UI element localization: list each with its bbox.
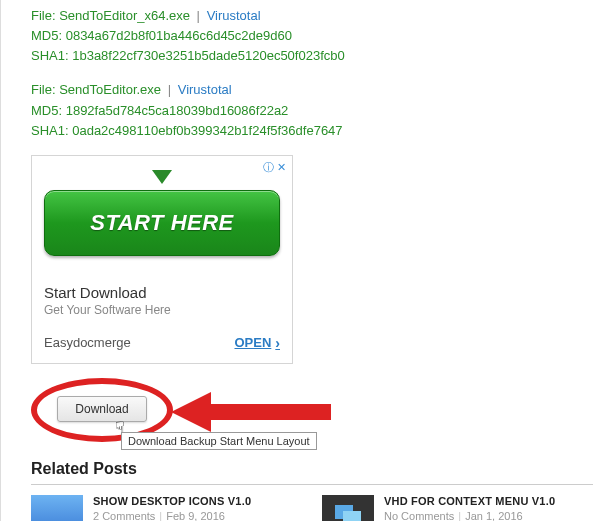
md5-value: 0834a67d2b8f01ba446c6d45c2de9d60: [66, 28, 292, 43]
related-posts-section: Related Posts SHOW DESKTOP ICONS V1.0 2 …: [31, 460, 613, 521]
download-button[interactable]: Download: [57, 396, 147, 422]
post-thumbnail: [322, 495, 374, 521]
related-post-item[interactable]: VHD FOR CONTEXT MENU V1.0 No Comments|Ja…: [322, 495, 593, 521]
file-hash-block: File: SendToEditor_x64.exe | Virustotal …: [31, 6, 613, 66]
ad-triangle-icon: [152, 170, 172, 184]
separator: |: [197, 8, 200, 23]
separator: |: [168, 82, 171, 97]
post-meta: 2 Comments|Feb 9, 2016: [93, 510, 251, 521]
ad-brand: Easydocmerge: [44, 335, 131, 350]
post-title: VHD FOR CONTEXT MENU V1.0: [384, 495, 555, 507]
sha1-value: 1b3a8f22cf730e3251b5dade5120ec50f023fcb0: [72, 48, 345, 63]
file-hash-block: File: SendToEditor.exe | Virustotal MD5:…: [31, 80, 613, 140]
start-here-button[interactable]: START HERE: [44, 190, 280, 256]
post-meta: No Comments|Jan 1, 2016: [384, 510, 555, 521]
post-title: SHOW DESKTOP ICONS V1.0: [93, 495, 251, 507]
virustotal-link[interactable]: Virustotal: [207, 8, 261, 23]
ad-close-icon[interactable]: ✕: [277, 161, 286, 174]
sha1-prefix: SHA1:: [31, 48, 72, 63]
filename: SendToEditor_x64.exe: [59, 8, 190, 23]
download-tooltip: Download Backup Start Menu Layout: [121, 432, 317, 450]
related-heading: Related Posts: [31, 460, 593, 485]
sha1-prefix: SHA1:: [31, 123, 72, 138]
related-post-item[interactable]: SHOW DESKTOP ICONS V1.0 2 Comments|Feb 9…: [31, 495, 302, 521]
ad-subtitle: Get Your Software Here: [44, 303, 280, 317]
md5-value: 1892fa5d784c5ca18039bd16086f22a2: [66, 103, 289, 118]
filename: SendToEditor.exe: [59, 82, 161, 97]
svg-marker-0: [171, 392, 331, 432]
ad-container: ⓘ ✕ START HERE Start Download Get Your S…: [31, 155, 293, 364]
post-thumbnail: [31, 495, 83, 521]
md5-prefix: MD5:: [31, 103, 66, 118]
sha1-value: 0ada2c498110ebf0b399342b1f24f5f36dfe7647: [72, 123, 342, 138]
ad-open-label: OPEN: [234, 335, 271, 350]
svg-rect-2: [343, 511, 361, 521]
file-prefix: File:: [31, 82, 59, 97]
md5-prefix: MD5:: [31, 28, 66, 43]
ad-title: Start Download: [44, 284, 280, 301]
virustotal-link[interactable]: Virustotal: [178, 82, 232, 97]
download-area: Download ☟ Download Backup Start Menu La…: [31, 378, 613, 454]
file-prefix: File:: [31, 8, 59, 23]
chevron-right-icon: ›: [275, 335, 280, 351]
ad-open-link[interactable]: OPEN ›: [234, 335, 280, 351]
ad-info-icon[interactable]: ⓘ: [263, 160, 274, 175]
